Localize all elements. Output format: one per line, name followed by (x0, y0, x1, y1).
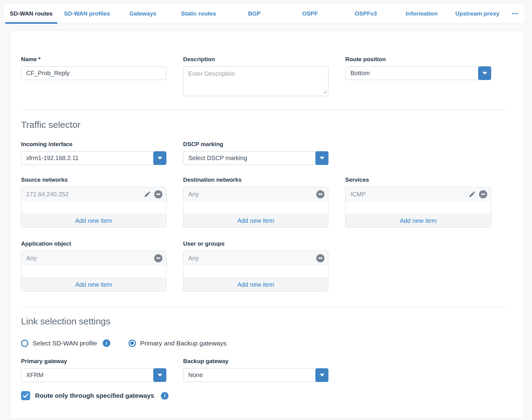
name-input[interactable] (21, 66, 166, 80)
user-or-groups-listbox: Any Add new item (183, 251, 328, 292)
route-position-value: Bottom (350, 70, 370, 77)
info-icon[interactable]: i (161, 392, 168, 400)
info-icon[interactable]: i (103, 339, 110, 347)
listbox-empty-area (346, 201, 491, 214)
tab-upstream-proxy[interactable]: Upstream proxy (449, 4, 505, 23)
list-item: ICMP (346, 187, 491, 201)
application-object-field-group: Application object Any Add new item (21, 240, 166, 292)
chevron-down-icon (482, 72, 487, 75)
check-icon (22, 392, 29, 399)
list-item: Any (183, 187, 328, 201)
listbox-empty-area (183, 265, 328, 278)
listbox-empty-area (183, 201, 328, 214)
destination-networks-field-group: Destination networks Any Add new item (183, 177, 328, 228)
remove-minus-icon[interactable] (479, 190, 487, 198)
route-only-checkbox[interactable] (21, 391, 30, 400)
destination-networks-listbox: Any Add new item (183, 187, 328, 228)
chevron-down-icon (320, 157, 325, 159)
interface-dscp-row: Incoming interface xfrm1-192.168.2.11 DS… (21, 141, 508, 165)
description-textarea[interactable] (183, 66, 328, 96)
source-networks-add-button[interactable]: Add new item (21, 214, 166, 227)
chevron-down-icon (158, 157, 162, 159)
backup-gateway-field-group: Backup gateway None (183, 358, 328, 382)
list-item-value: Any (26, 255, 154, 262)
primary-gateway-value: XFRM (26, 372, 44, 379)
list-item-value: 172.64.240.252 (26, 191, 144, 198)
gateways-row: Primary gateway XFRM Backup gateway None (21, 358, 508, 382)
edit-pencil-icon[interactable] (144, 191, 151, 198)
remove-minus-icon[interactable] (154, 254, 162, 262)
dscp-marking-select[interactable]: Select DSCP marking (183, 151, 328, 165)
name-field-group: Name* (21, 56, 166, 80)
application-object-add-button[interactable]: Add new item (21, 278, 166, 291)
dscp-marking-value: Select DSCP marking (188, 155, 247, 162)
route-position-label: Route position (345, 56, 491, 63)
dscp-marking-dropdown-button[interactable] (315, 151, 328, 165)
incoming-interface-field-group: Incoming interface xfrm1-192.168.2.11 (21, 141, 166, 165)
dscp-marking-label: DSCP marking (183, 141, 328, 148)
backup-gateway-label: Backup gateway (183, 358, 328, 365)
tab-bgp[interactable]: BGP (226, 4, 282, 23)
route-position-field-group: Route position Bottom (345, 56, 491, 80)
tab-sdwan-routes[interactable]: SD-WAN routes (3, 4, 59, 23)
services-add-button[interactable]: Add new item (346, 214, 491, 227)
tab-sdwan-profiles[interactable]: SD-WAN profiles (59, 4, 115, 23)
list-item-value: ICMP (350, 191, 469, 198)
source-networks-listbox: 172.64.240.252 Add new item (21, 187, 166, 228)
backup-gateway-value: None (188, 372, 203, 379)
incoming-interface-value: xfrm1-192.168.2.11 (26, 155, 79, 162)
list-item: Any (21, 251, 166, 265)
tab-ospf[interactable]: OSPF (282, 4, 338, 23)
list-item: 172.64.240.252 (21, 187, 166, 201)
tab-ospfv3[interactable]: OSPFv3 (338, 4, 394, 23)
services-listbox: ICMP Add new item (345, 187, 491, 228)
list-item: Any (183, 251, 328, 265)
required-asterisk: * (38, 56, 41, 63)
tab-information[interactable]: Information (394, 4, 449, 23)
description-label: Description (183, 56, 328, 63)
incoming-interface-label: Incoming interface (21, 141, 166, 148)
services-label: Services (345, 177, 491, 183)
radio-select-sdwan-profile[interactable]: Select SD-WAN profile (21, 340, 97, 347)
remove-minus-icon[interactable] (316, 254, 325, 262)
backup-gateway-select[interactable]: None (183, 368, 328, 382)
section-divider (21, 307, 508, 307)
tab-gateways[interactable]: Gateways (115, 4, 171, 23)
application-object-listbox: Any Add new item (21, 251, 166, 292)
primary-gateway-select[interactable]: XFRM (21, 368, 166, 382)
destination-networks-label: Destination networks (183, 177, 328, 183)
list-item-value: Any (188, 255, 316, 262)
user-or-groups-add-button[interactable]: Add new item (183, 278, 328, 291)
edit-pencil-icon[interactable] (469, 191, 476, 198)
radio-selected-icon (129, 340, 136, 347)
primary-gateway-label: Primary gateway (21, 358, 166, 365)
tab-bar: SD-WAN routes SD-WAN profiles Gateways S… (3, 4, 525, 24)
incoming-interface-dropdown-button[interactable] (153, 151, 166, 165)
remove-minus-icon[interactable] (154, 190, 162, 198)
link-selection-title: Link selection settings (21, 316, 508, 327)
source-networks-label: Source networks (21, 177, 166, 183)
radio-unselected-icon (21, 340, 28, 347)
remove-minus-icon[interactable] (316, 190, 325, 198)
route-position-dropdown-button[interactable] (478, 66, 491, 80)
section-divider (21, 110, 508, 110)
sdwan-route-form-card: Name* Description Route position Bottom (10, 30, 524, 419)
tabs-overflow-menu-icon[interactable]: ••• (505, 4, 525, 23)
destination-networks-add-button[interactable]: Add new item (183, 214, 328, 227)
incoming-interface-select[interactable]: xfrm1-192.168.2.11 (21, 151, 166, 165)
primary-gateway-field-group: Primary gateway XFRM (21, 358, 166, 382)
listbox-empty-area (21, 265, 166, 278)
application-users-row: Application object Any Add new item User… (21, 240, 508, 292)
route-position-select[interactable]: Bottom (345, 66, 491, 80)
tab-static-routes[interactable]: Static routes (171, 4, 226, 23)
primary-gateway-dropdown-button[interactable] (153, 368, 166, 382)
route-only-label: Route only through specified gateways (35, 392, 154, 399)
route-only-row: Route only through specified gateways i (21, 391, 508, 400)
radio-primary-backup-gateways[interactable]: Primary and Backup gateways (129, 340, 227, 347)
backup-gateway-dropdown-button[interactable] (315, 368, 328, 382)
user-or-groups-field-group: User or groups Any Add new item (183, 240, 328, 292)
networks-services-row: Source networks 172.64.240.252 Add new i… (21, 177, 508, 228)
link-selection-options: Select SD-WAN profile i Primary and Back… (21, 339, 508, 347)
chevron-down-icon (158, 374, 162, 376)
application-object-label: Application object (21, 240, 166, 247)
